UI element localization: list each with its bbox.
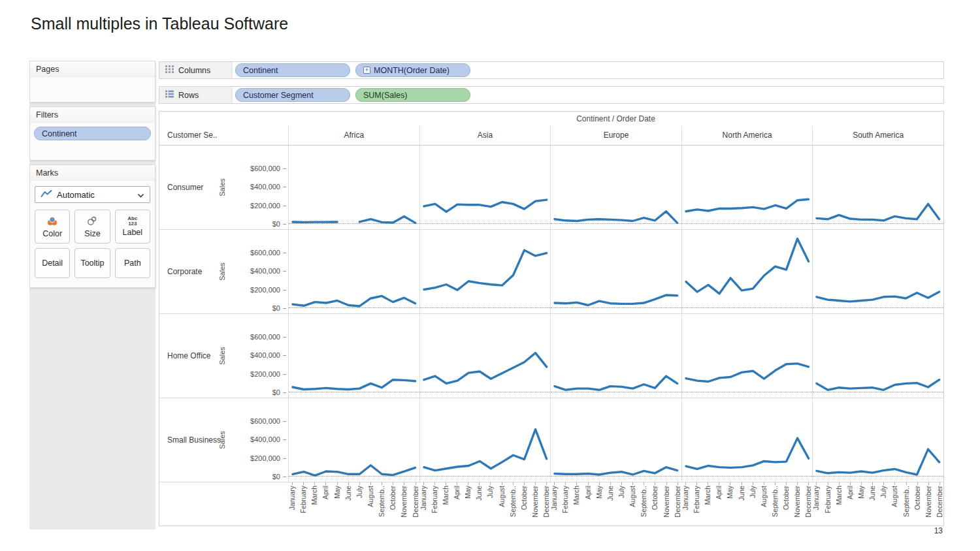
pages-panel-title: Pages (30, 61, 155, 77)
pill-month-order-date-label: MONTH(Order Date) (374, 66, 449, 75)
path-button[interactable]: Path (115, 248, 150, 278)
month-label: October (651, 486, 659, 526)
month-tick-mark (850, 482, 851, 485)
chart-cell-small-business-europe[interactable] (550, 398, 681, 482)
row-label-small-business: Small BusinessSales$0$200,000$400,000$60… (159, 398, 288, 482)
month-label: November (924, 486, 932, 526)
month-tick-mark (599, 482, 600, 485)
month-tick-mark (468, 482, 468, 485)
y-tick-mark (283, 206, 286, 206)
y-tick-mark (283, 224, 286, 225)
mark-type-dropdown[interactable]: Automatic (35, 186, 150, 203)
detail-button[interactable]: Detail (35, 248, 70, 278)
month-axis: JanuaryFebruaryMarchAprilMayJuneJulyAugu… (159, 482, 943, 526)
chart-row-consumer: ConsumerSales$0$200,000$400,000$600,000 (159, 146, 943, 230)
viz-area: Continent / Order Date Customer Se.. Afr… (159, 111, 944, 526)
chart-cell-consumer-europe[interactable] (550, 146, 681, 229)
month-label: Septemb.. (640, 486, 647, 526)
month-tick-mark (325, 482, 326, 485)
columns-shelf[interactable]: Columns Continent + MONTH(Order Date) (159, 61, 944, 79)
chart-cell-corporate-south-america[interactable] (812, 230, 943, 313)
month-tick-mark (348, 482, 349, 485)
month-label: November (400, 486, 408, 526)
pages-shelf[interactable] (30, 77, 155, 102)
path-button-label: Path (124, 259, 141, 268)
chart-cell-home-office-africa[interactable] (288, 314, 419, 398)
month-tick-mark (610, 482, 611, 485)
line-chart-icon (41, 189, 52, 200)
label-button[interactable]: Abc 123 Label (115, 210, 150, 244)
month-tick-mark (883, 482, 884, 485)
chart-cell-consumer-asia[interactable] (419, 146, 551, 229)
chart-cell-corporate-europe[interactable] (550, 230, 681, 313)
pill-month-order-date[interactable]: + MONTH(Order Date) (355, 63, 470, 77)
month-label: August (498, 486, 506, 526)
size-button[interactable]: Size (74, 210, 110, 244)
filters-shelf[interactable]: Continent (30, 123, 155, 160)
month-tick-mark (894, 482, 895, 485)
filter-pill-continent[interactable]: Continent (34, 127, 151, 140)
month-label: Septemb.. (771, 486, 779, 526)
col-header-africa: Africa (288, 126, 419, 145)
y-tick-mark (283, 477, 286, 477)
month-tick-mark (939, 482, 940, 485)
month-label: July (879, 486, 887, 526)
chart-cell-home-office-europe[interactable] (550, 314, 681, 398)
chart-cell-consumer-africa[interactable] (288, 146, 419, 229)
month-label: October (913, 486, 921, 526)
tooltip-button-label: Tooltip (80, 259, 104, 268)
month-label: October (389, 486, 397, 526)
chart-cell-home-office-south-america[interactable] (812, 314, 943, 398)
month-label: Septemb.. (902, 486, 910, 526)
month-tick-mark (303, 482, 304, 485)
chart-cell-consumer-south-america[interactable] (812, 146, 943, 229)
month-label: March (704, 486, 711, 526)
month-tick-mark (872, 482, 873, 485)
month-label: June (606, 486, 614, 526)
marks-panel: Marks Automatic (29, 165, 155, 288)
segment-label: Small Business (167, 435, 221, 445)
chart-row-small-business: Small BusinessSales$0$200,000$400,000$60… (159, 398, 943, 482)
chart-cell-corporate-north-america[interactable] (681, 230, 813, 313)
row-label-home-office: Home OfficeSales$0$200,000$400,000$600,0… (159, 314, 288, 398)
y-tick-label: $600,000 (250, 417, 280, 425)
chart-cell-corporate-asia[interactable] (419, 230, 551, 313)
month-label: August (629, 486, 636, 526)
month-label: December (412, 486, 419, 526)
y-tick-mark (283, 187, 286, 187)
month-tick-mark (524, 482, 525, 485)
color-button[interactable]: Color (35, 210, 70, 244)
month-label: December (804, 486, 812, 526)
y-tick-mark (283, 168, 286, 169)
chart-cell-home-office-north-america[interactable] (681, 314, 813, 398)
chart-cell-home-office-asia[interactable] (419, 314, 551, 398)
y-tick-mark (283, 308, 286, 309)
chart-cell-consumer-north-america[interactable] (681, 146, 813, 229)
pill-sum-sales[interactable]: SUM(Sales) (355, 88, 470, 102)
pill-customer-segment[interactable]: Customer Segment (235, 88, 350, 102)
month-tick-mark (621, 482, 622, 485)
page-title: Small multiples in Tableau Software (31, 14, 288, 33)
month-tick-mark (764, 482, 764, 485)
month-tick-mark (786, 482, 787, 485)
month-label: November (662, 486, 670, 526)
y-tick-label: $400,000 (250, 351, 280, 359)
size-button-label: Size (84, 229, 100, 238)
chart-cell-small-business-north-america[interactable] (681, 398, 813, 482)
chart-cell-small-business-south-america[interactable] (812, 398, 943, 482)
chart-row-home-office: Home OfficeSales$0$200,000$400,000$600,0… (159, 314, 943, 398)
chart-cell-corporate-africa[interactable] (288, 230, 419, 313)
rows-shelf[interactable]: Rows Customer Segment SUM(Sales) (159, 86, 944, 104)
month-label: April (846, 486, 854, 526)
chart-cell-small-business-africa[interactable] (288, 398, 419, 482)
month-tick-mark (588, 482, 589, 485)
tooltip-button[interactable]: Tooltip (74, 248, 110, 278)
y-tick-mark (283, 374, 286, 375)
month-label: February (431, 486, 438, 526)
rows-list-icon (165, 90, 174, 100)
marks-panel-title: Marks (30, 165, 155, 181)
chart-cell-small-business-asia[interactable] (419, 398, 551, 482)
pill-continent[interactable]: Continent (235, 63, 350, 77)
expand-icon[interactable]: + (363, 67, 370, 74)
month-label: January (681, 486, 689, 526)
